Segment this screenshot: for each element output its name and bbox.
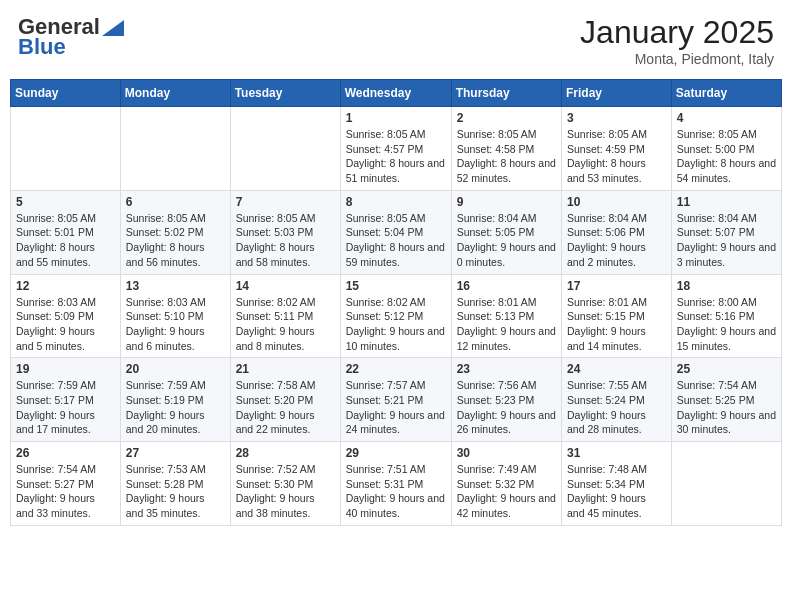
calendar-cell: 1Sunrise: 8:05 AM Sunset: 4:57 PM Daylig… — [340, 107, 451, 191]
cell-content: Sunrise: 8:05 AM Sunset: 4:59 PM Dayligh… — [567, 127, 666, 186]
calendar-cell — [671, 442, 781, 526]
cell-content: Sunrise: 8:05 AM Sunset: 5:04 PM Dayligh… — [346, 211, 446, 270]
calendar-cell: 31Sunrise: 7:48 AM Sunset: 5:34 PM Dayli… — [562, 442, 672, 526]
cell-content: Sunrise: 8:05 AM Sunset: 5:01 PM Dayligh… — [16, 211, 115, 270]
calendar-cell: 27Sunrise: 7:53 AM Sunset: 5:28 PM Dayli… — [120, 442, 230, 526]
cell-content: Sunrise: 8:05 AM Sunset: 5:02 PM Dayligh… — [126, 211, 225, 270]
day-number: 23 — [457, 362, 556, 376]
page-header: General Blue January 2025 Monta, Piedmon… — [10, 10, 782, 71]
logo: General Blue — [18, 14, 124, 60]
day-number: 11 — [677, 195, 776, 209]
cell-content: Sunrise: 7:57 AM Sunset: 5:21 PM Dayligh… — [346, 378, 446, 437]
day-number: 28 — [236, 446, 335, 460]
day-number: 7 — [236, 195, 335, 209]
calendar-cell: 15Sunrise: 8:02 AM Sunset: 5:12 PM Dayli… — [340, 274, 451, 358]
day-number: 22 — [346, 362, 446, 376]
cell-content: Sunrise: 8:05 AM Sunset: 4:58 PM Dayligh… — [457, 127, 556, 186]
cell-content: Sunrise: 7:54 AM Sunset: 5:27 PM Dayligh… — [16, 462, 115, 521]
day-number: 27 — [126, 446, 225, 460]
calendar-cell: 8Sunrise: 8:05 AM Sunset: 5:04 PM Daylig… — [340, 190, 451, 274]
day-number: 14 — [236, 279, 335, 293]
calendar-table: SundayMondayTuesdayWednesdayThursdayFrid… — [10, 79, 782, 526]
calendar-cell: 12Sunrise: 8:03 AM Sunset: 5:09 PM Dayli… — [11, 274, 121, 358]
day-number: 9 — [457, 195, 556, 209]
day-number: 19 — [16, 362, 115, 376]
cell-content: Sunrise: 7:48 AM Sunset: 5:34 PM Dayligh… — [567, 462, 666, 521]
calendar-week-row: 1Sunrise: 8:05 AM Sunset: 4:57 PM Daylig… — [11, 107, 782, 191]
calendar-cell: 6Sunrise: 8:05 AM Sunset: 5:02 PM Daylig… — [120, 190, 230, 274]
day-number: 31 — [567, 446, 666, 460]
day-number: 5 — [16, 195, 115, 209]
day-number: 25 — [677, 362, 776, 376]
calendar-cell: 29Sunrise: 7:51 AM Sunset: 5:31 PM Dayli… — [340, 442, 451, 526]
day-number: 18 — [677, 279, 776, 293]
weekday-header: Tuesday — [230, 80, 340, 107]
cell-content: Sunrise: 8:04 AM Sunset: 5:06 PM Dayligh… — [567, 211, 666, 270]
cell-content: Sunrise: 7:51 AM Sunset: 5:31 PM Dayligh… — [346, 462, 446, 521]
cell-content: Sunrise: 7:58 AM Sunset: 5:20 PM Dayligh… — [236, 378, 335, 437]
calendar-cell: 10Sunrise: 8:04 AM Sunset: 5:06 PM Dayli… — [562, 190, 672, 274]
calendar-cell — [11, 107, 121, 191]
weekday-header-row: SundayMondayTuesdayWednesdayThursdayFrid… — [11, 80, 782, 107]
calendar-cell: 11Sunrise: 8:04 AM Sunset: 5:07 PM Dayli… — [671, 190, 781, 274]
calendar-cell: 16Sunrise: 8:01 AM Sunset: 5:13 PM Dayli… — [451, 274, 561, 358]
calendar-week-row: 12Sunrise: 8:03 AM Sunset: 5:09 PM Dayli… — [11, 274, 782, 358]
calendar-cell: 5Sunrise: 8:05 AM Sunset: 5:01 PM Daylig… — [11, 190, 121, 274]
day-number: 10 — [567, 195, 666, 209]
calendar-cell: 21Sunrise: 7:58 AM Sunset: 5:20 PM Dayli… — [230, 358, 340, 442]
cell-content: Sunrise: 7:49 AM Sunset: 5:32 PM Dayligh… — [457, 462, 556, 521]
cell-content: Sunrise: 7:53 AM Sunset: 5:28 PM Dayligh… — [126, 462, 225, 521]
cell-content: Sunrise: 8:03 AM Sunset: 5:10 PM Dayligh… — [126, 295, 225, 354]
day-number: 8 — [346, 195, 446, 209]
day-number: 3 — [567, 111, 666, 125]
calendar-cell: 19Sunrise: 7:59 AM Sunset: 5:17 PM Dayli… — [11, 358, 121, 442]
day-number: 6 — [126, 195, 225, 209]
day-number: 4 — [677, 111, 776, 125]
day-number: 29 — [346, 446, 446, 460]
calendar-week-row: 19Sunrise: 7:59 AM Sunset: 5:17 PM Dayli… — [11, 358, 782, 442]
calendar-cell: 13Sunrise: 8:03 AM Sunset: 5:10 PM Dayli… — [120, 274, 230, 358]
day-number: 20 — [126, 362, 225, 376]
cell-content: Sunrise: 7:55 AM Sunset: 5:24 PM Dayligh… — [567, 378, 666, 437]
cell-content: Sunrise: 7:52 AM Sunset: 5:30 PM Dayligh… — [236, 462, 335, 521]
cell-content: Sunrise: 8:01 AM Sunset: 5:15 PM Dayligh… — [567, 295, 666, 354]
calendar-cell: 9Sunrise: 8:04 AM Sunset: 5:05 PM Daylig… — [451, 190, 561, 274]
day-number: 12 — [16, 279, 115, 293]
cell-content: Sunrise: 8:03 AM Sunset: 5:09 PM Dayligh… — [16, 295, 115, 354]
day-number: 17 — [567, 279, 666, 293]
day-number: 15 — [346, 279, 446, 293]
day-number: 30 — [457, 446, 556, 460]
day-number: 2 — [457, 111, 556, 125]
calendar-cell: 23Sunrise: 7:56 AM Sunset: 5:23 PM Dayli… — [451, 358, 561, 442]
weekday-header: Sunday — [11, 80, 121, 107]
cell-content: Sunrise: 8:02 AM Sunset: 5:12 PM Dayligh… — [346, 295, 446, 354]
weekday-header: Friday — [562, 80, 672, 107]
title-block: January 2025 Monta, Piedmont, Italy — [580, 14, 774, 67]
calendar-cell: 7Sunrise: 8:05 AM Sunset: 5:03 PM Daylig… — [230, 190, 340, 274]
weekday-header: Saturday — [671, 80, 781, 107]
calendar-cell: 28Sunrise: 7:52 AM Sunset: 5:30 PM Dayli… — [230, 442, 340, 526]
cell-content: Sunrise: 8:04 AM Sunset: 5:07 PM Dayligh… — [677, 211, 776, 270]
calendar-cell: 22Sunrise: 7:57 AM Sunset: 5:21 PM Dayli… — [340, 358, 451, 442]
day-number: 16 — [457, 279, 556, 293]
cell-content: Sunrise: 7:59 AM Sunset: 5:17 PM Dayligh… — [16, 378, 115, 437]
weekday-header: Wednesday — [340, 80, 451, 107]
calendar-cell — [120, 107, 230, 191]
calendar-cell: 24Sunrise: 7:55 AM Sunset: 5:24 PM Dayli… — [562, 358, 672, 442]
calendar-cell: 18Sunrise: 8:00 AM Sunset: 5:16 PM Dayli… — [671, 274, 781, 358]
day-number: 24 — [567, 362, 666, 376]
month-title: January 2025 — [580, 14, 774, 51]
day-number: 13 — [126, 279, 225, 293]
cell-content: Sunrise: 7:54 AM Sunset: 5:25 PM Dayligh… — [677, 378, 776, 437]
calendar-cell: 4Sunrise: 8:05 AM Sunset: 5:00 PM Daylig… — [671, 107, 781, 191]
cell-content: Sunrise: 8:05 AM Sunset: 5:00 PM Dayligh… — [677, 127, 776, 186]
location: Monta, Piedmont, Italy — [580, 51, 774, 67]
calendar-cell: 3Sunrise: 8:05 AM Sunset: 4:59 PM Daylig… — [562, 107, 672, 191]
weekday-header: Thursday — [451, 80, 561, 107]
calendar-cell: 26Sunrise: 7:54 AM Sunset: 5:27 PM Dayli… — [11, 442, 121, 526]
cell-content: Sunrise: 8:01 AM Sunset: 5:13 PM Dayligh… — [457, 295, 556, 354]
calendar-cell: 2Sunrise: 8:05 AM Sunset: 4:58 PM Daylig… — [451, 107, 561, 191]
calendar-cell: 20Sunrise: 7:59 AM Sunset: 5:19 PM Dayli… — [120, 358, 230, 442]
cell-content: Sunrise: 8:00 AM Sunset: 5:16 PM Dayligh… — [677, 295, 776, 354]
day-number: 1 — [346, 111, 446, 125]
